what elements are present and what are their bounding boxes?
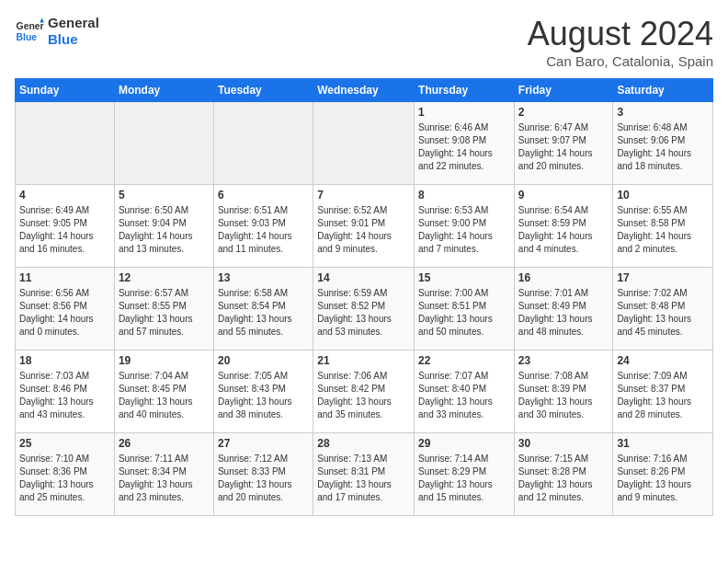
day-cell: 22Sunrise: 7:07 AM Sunset: 8:40 PM Dayli… [415,350,515,433]
day-info: Sunrise: 7:08 AM Sunset: 8:39 PM Dayligh… [518,370,609,421]
day-cell: 25Sunrise: 7:10 AM Sunset: 8:36 PM Dayli… [16,433,115,516]
day-cell: 26Sunrise: 7:11 AM Sunset: 8:34 PM Dayli… [114,433,213,516]
calendar-table: SundayMondayTuesdayWednesdayThursdayFrid… [15,78,713,516]
day-cell: 19Sunrise: 7:04 AM Sunset: 8:45 PM Dayli… [114,350,213,433]
day-info: Sunrise: 6:49 AM Sunset: 9:05 PM Dayligh… [19,204,110,256]
day-info: Sunrise: 6:57 AM Sunset: 8:55 PM Dayligh… [119,287,210,339]
day-info: Sunrise: 6:56 AM Sunset: 8:56 PM Dayligh… [19,287,110,339]
day-number: 19 [119,354,210,367]
day-info: Sunrise: 7:10 AM Sunset: 8:36 PM Dayligh… [19,453,110,504]
day-info: Sunrise: 7:12 AM Sunset: 8:33 PM Dayligh… [218,453,309,504]
day-info: Sunrise: 7:13 AM Sunset: 8:31 PM Dayligh… [317,453,410,504]
day-cell: 28Sunrise: 7:13 AM Sunset: 8:31 PM Dayli… [313,433,415,516]
day-cell [16,102,115,185]
logo-line1: General [48,15,99,31]
day-cell: 3Sunrise: 6:48 AM Sunset: 9:06 PM Daylig… [613,102,713,185]
day-number: 23 [518,354,609,367]
day-number: 5 [119,189,210,201]
day-number: 13 [218,271,309,284]
day-number: 28 [317,437,410,450]
weekday-header-saturday: Saturday [613,79,713,102]
day-info: Sunrise: 6:48 AM Sunset: 9:06 PM Dayligh… [617,121,709,173]
day-info: Sunrise: 6:54 AM Sunset: 8:59 PM Dayligh… [518,204,609,256]
week-row-2: 4Sunrise: 6:49 AM Sunset: 9:05 PM Daylig… [16,185,713,268]
day-cell: 29Sunrise: 7:14 AM Sunset: 8:29 PM Dayli… [415,433,515,516]
day-number: 7 [317,189,410,201]
day-cell: 7Sunrise: 6:52 AM Sunset: 9:01 PM Daylig… [313,185,415,268]
day-number: 11 [19,271,110,284]
day-info: Sunrise: 6:53 AM Sunset: 9:00 PM Dayligh… [418,204,510,256]
day-cell: 11Sunrise: 6:56 AM Sunset: 8:56 PM Dayli… [16,268,115,350]
day-cell: 12Sunrise: 6:57 AM Sunset: 8:55 PM Dayli… [114,268,213,350]
day-cell [313,102,415,185]
calendar-subtitle: Can Baro, Catalonia, Spain [528,53,713,69]
weekday-header-monday: Monday [114,79,213,102]
day-cell: 27Sunrise: 7:12 AM Sunset: 8:33 PM Dayli… [213,433,313,516]
day-number: 18 [19,354,110,367]
day-info: Sunrise: 7:06 AM Sunset: 8:42 PM Dayligh… [317,370,410,421]
day-cell [213,102,313,185]
day-info: Sunrise: 7:07 AM Sunset: 8:40 PM Dayligh… [418,370,510,421]
day-info: Sunrise: 7:11 AM Sunset: 8:34 PM Dayligh… [119,453,210,504]
day-cell: 30Sunrise: 7:15 AM Sunset: 8:28 PM Dayli… [514,433,613,516]
logo-line2: Blue [48,31,99,48]
weekday-header-row: SundayMondayTuesdayWednesdayThursdayFrid… [16,79,713,102]
weekday-header-wednesday: Wednesday [313,79,415,102]
day-cell: 9Sunrise: 6:54 AM Sunset: 8:59 PM Daylig… [514,185,613,268]
day-number: 22 [418,354,510,367]
day-info: Sunrise: 7:16 AM Sunset: 8:26 PM Dayligh… [617,453,709,504]
day-info: Sunrise: 6:55 AM Sunset: 8:58 PM Dayligh… [617,204,709,256]
logo: General Blue General Blue [15,15,99,48]
day-info: Sunrise: 7:01 AM Sunset: 8:49 PM Dayligh… [518,287,609,339]
title-area: August 2024 Can Baro, Catalonia, Spain [528,15,713,69]
day-number: 9 [518,189,609,201]
day-info: Sunrise: 6:51 AM Sunset: 9:03 PM Dayligh… [218,204,309,256]
logo-icon: General Blue [15,17,44,46]
day-info: Sunrise: 6:59 AM Sunset: 8:52 PM Dayligh… [317,287,410,339]
day-info: Sunrise: 7:00 AM Sunset: 8:51 PM Dayligh… [418,287,510,339]
day-number: 4 [19,189,110,201]
day-cell [114,102,213,185]
day-number: 12 [119,271,210,284]
day-cell: 20Sunrise: 7:05 AM Sunset: 8:43 PM Dayli… [213,350,313,433]
week-row-5: 25Sunrise: 7:10 AM Sunset: 8:36 PM Dayli… [16,433,713,516]
week-row-3: 11Sunrise: 6:56 AM Sunset: 8:56 PM Dayli… [16,268,713,350]
day-number: 29 [418,437,510,450]
day-info: Sunrise: 7:15 AM Sunset: 8:28 PM Dayligh… [518,453,609,504]
calendar-title: August 2024 [528,15,713,53]
day-number: 2 [518,106,609,119]
day-cell: 14Sunrise: 6:59 AM Sunset: 8:52 PM Dayli… [313,268,415,350]
day-number: 31 [617,437,709,450]
weekday-header-tuesday: Tuesday [213,79,313,102]
weekday-header-friday: Friday [514,79,613,102]
day-number: 1 [418,106,510,119]
day-cell: 18Sunrise: 7:03 AM Sunset: 8:46 PM Dayli… [16,350,115,433]
day-cell: 23Sunrise: 7:08 AM Sunset: 8:39 PM Dayli… [514,350,613,433]
day-cell: 1Sunrise: 6:46 AM Sunset: 9:08 PM Daylig… [415,102,515,185]
svg-marker-2 [40,18,44,23]
day-info: Sunrise: 7:05 AM Sunset: 8:43 PM Dayligh… [218,370,309,421]
week-row-4: 18Sunrise: 7:03 AM Sunset: 8:46 PM Dayli… [16,350,713,433]
day-info: Sunrise: 6:50 AM Sunset: 9:04 PM Dayligh… [119,204,210,256]
day-cell: 21Sunrise: 7:06 AM Sunset: 8:42 PM Dayli… [313,350,415,433]
day-number: 30 [518,437,609,450]
day-number: 14 [317,271,410,284]
day-info: Sunrise: 7:02 AM Sunset: 8:48 PM Dayligh… [617,287,709,339]
day-cell: 10Sunrise: 6:55 AM Sunset: 8:58 PM Dayli… [613,185,713,268]
week-row-1: 1Sunrise: 6:46 AM Sunset: 9:08 PM Daylig… [16,102,713,185]
day-cell: 4Sunrise: 6:49 AM Sunset: 9:05 PM Daylig… [16,185,115,268]
header: General Blue General Blue August 2024 Ca… [15,15,713,69]
day-info: Sunrise: 6:58 AM Sunset: 8:54 PM Dayligh… [218,287,309,339]
day-number: 25 [19,437,110,450]
day-number: 17 [617,271,709,284]
svg-text:Blue: Blue [17,32,38,42]
weekday-header-sunday: Sunday [16,79,115,102]
day-cell: 31Sunrise: 7:16 AM Sunset: 8:26 PM Dayli… [613,433,713,516]
day-cell: 2Sunrise: 6:47 AM Sunset: 9:07 PM Daylig… [514,102,613,185]
svg-text:General: General [17,21,44,31]
day-number: 20 [218,354,309,367]
day-info: Sunrise: 6:52 AM Sunset: 9:01 PM Dayligh… [317,204,410,256]
weekday-header-thursday: Thursday [415,79,515,102]
day-cell: 8Sunrise: 6:53 AM Sunset: 9:00 PM Daylig… [415,185,515,268]
day-cell: 17Sunrise: 7:02 AM Sunset: 8:48 PM Dayli… [613,268,713,350]
